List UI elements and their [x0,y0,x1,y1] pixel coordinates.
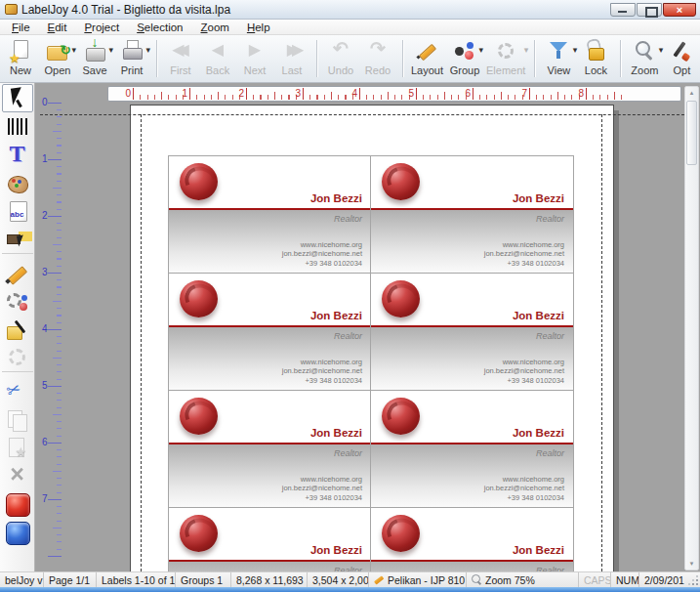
toolbar-button-label: Zoom [631,64,658,76]
toolbar-button-label: Lock [585,64,607,76]
status-app-selector[interactable]: belJoy v ▾ [0,572,44,587]
vertical-scrollbar[interactable]: ▲ ▼ [684,86,699,571]
scroll-down-icon[interactable]: ▼ [685,561,698,567]
sidebar-tool-settings[interactable] [2,344,33,372]
sidebar-tool-image[interactable] [2,169,33,197]
toolbar-button-label: Last [282,64,303,76]
toolbar-button-view[interactable]: View [540,37,577,80]
toolbar-button-undo[interactable]: Undo [322,37,359,80]
sidebar-tool-counter[interactable] [2,226,33,254]
toolbar-button-last[interactable]: Last [273,37,310,80]
sidebar-tool-red-element[interactable] [2,490,33,519]
toolbar-button-options[interactable]: Opt [663,37,700,80]
menu-item-file[interactable]: File [3,21,39,33]
v-ruler-number: 1 [42,153,48,164]
status-printer[interactable]: Pelikan - IJP 810 [369,572,467,587]
sidebar-tool-delete[interactable] [2,462,33,490]
card-contact-block: www.nicehome.org jon.bezzi@nicehome.net … [282,475,362,503]
status-zoom[interactable]: Zoom 75% [467,572,547,587]
toolbar-button-save[interactable]: Save [76,37,113,80]
card-logo-sphere [178,161,221,206]
design-canvas[interactable]: 012345678 01234567 Jon Bezzi Realtor [35,83,700,571]
menu-item-selection[interactable]: Selection [128,21,191,33]
tool-icon [5,289,30,315]
app-icon [5,4,18,15]
scrollbar-thumb[interactable] [686,101,697,165]
toolbar-button-icon [452,39,477,63]
toolbar-button-open[interactable]: Open [39,37,76,80]
toolbar-button-icon [415,39,440,63]
card-website: www.nicehome.org [484,475,564,485]
card-website: www.nicehome.org [282,475,362,485]
menu-item-project[interactable]: Project [75,21,128,33]
menu-item-help[interactable]: Help [238,21,279,33]
toolbar-button-lock[interactable]: Lock [577,37,614,80]
status-num-indicator: NUM [610,572,638,587]
toolbar-button-icon [119,39,144,63]
toolbar-button-icon [669,39,694,63]
sidebar-tool-barcode[interactable] [2,112,33,141]
sidebar-tool-properties[interactable] [2,287,33,316]
card-name: Jon Bezzi [513,544,564,556]
toolbar-button-group[interactable]: Group [446,37,483,80]
business-card-label[interactable]: Jon Bezzi Realtor www.nicehome.org jon.b… [371,156,573,274]
label-grid: Jon Bezzi Realtor www.nicehome.org jon.b… [169,156,573,571]
toolbar-button-back[interactable]: Back [199,37,236,80]
status-caps-indicator: CAPS [578,572,610,587]
h-ruler-number: 6 [457,88,471,99]
sidebar-tool-copy[interactable] [2,405,33,434]
minimize-button[interactable] [610,3,636,17]
menu-item-edit[interactable]: Edit [39,21,76,33]
maximize-button[interactable] [637,3,662,17]
v-ruler-number: 3 [42,267,48,277]
business-card-label[interactable]: Jon Bezzi Realtor www.nicehome.org jon.b… [169,391,371,508]
card-website: www.nicehome.org [282,240,362,250]
menu-item-zoom[interactable]: Zoom [191,21,237,33]
sidebar-tool-text-document[interactable] [2,197,33,226]
card-logo-sphere [178,396,221,441]
toolbar-button-new[interactable]: New [2,37,39,80]
h-ruler-number: 3 [287,88,301,99]
toolbar-button-print[interactable]: Print [113,37,150,80]
scroll-up-icon[interactable]: ▲ [685,90,698,96]
business-card-label[interactable]: Jon Bezzi Realtor www.nicehome.org jon.b… [371,391,573,508]
business-card-label[interactable]: Jon Bezzi Realtor www.nicehome.org jon.b… [371,508,573,571]
toolbar-button-label: Opt [674,64,691,76]
h-ruler-number: 5 [400,88,414,99]
toolbar-button-layout[interactable]: Layout [408,37,446,80]
toolbar-button-first[interactable]: First [162,37,199,80]
tool-icon [5,407,30,433]
card-job-title: Realtor [536,566,564,571]
sidebar-tool-wizard[interactable] [2,316,33,344]
sidebar-tool-text[interactable] [2,141,33,169]
tool-icon [5,199,30,225]
sidebar-tool-edit[interactable] [2,259,33,287]
status-spacer [547,572,578,587]
title-bar[interactable]: LabelJoy 4.0 Trial - Biglietto da visita… [0,0,700,20]
card-logo-sphere [380,278,423,323]
resize-grip[interactable] [689,572,700,587]
sidebar-tool-paste[interactable] [2,434,33,462]
card-gradient-panel: Realtor www.nicehome.org jon.bezzi@niceh… [169,444,371,508]
horizontal-ruler: 012345678 [107,86,681,102]
tool-icon [5,171,30,196]
sidebar-tool-select-cursor[interactable] [2,84,33,112]
card-email: jon.bezzi@nicehome.net [282,366,362,376]
business-card-label[interactable]: Jon Bezzi Realtor www.nicehome.org jon.b… [169,508,371,571]
business-card-label[interactable]: Jon Bezzi Realtor www.nicehome.org jon.b… [169,156,371,274]
v-ruler-number: 6 [42,437,48,447]
sidebar-tool-cut[interactable] [2,377,33,405]
toolbar-button-icon [546,39,571,63]
toolbar-button-label: Save [82,64,106,76]
business-card-label[interactable]: Jon Bezzi Realtor www.nicehome.org jon.b… [371,274,573,391]
toolbar-button-label: Back [206,64,229,76]
close-button[interactable]: × [663,3,696,17]
toolbar-button-element[interactable]: Element [483,37,528,80]
toolbar-button-next[interactable]: Next [236,37,273,80]
toolbar-button-redo[interactable]: Redo [359,37,396,80]
toolbar-button-zoom[interactable]: Zoom [626,37,663,80]
business-card-label[interactable]: Jon Bezzi Realtor www.nicehome.org jon.b… [169,274,371,391]
sidebar-tool-blue-element[interactable] [2,519,33,547]
label-sheet-page[interactable]: Jon Bezzi Realtor www.nicehome.org jon.b… [130,105,614,571]
toolbar-button-icon [168,39,193,63]
